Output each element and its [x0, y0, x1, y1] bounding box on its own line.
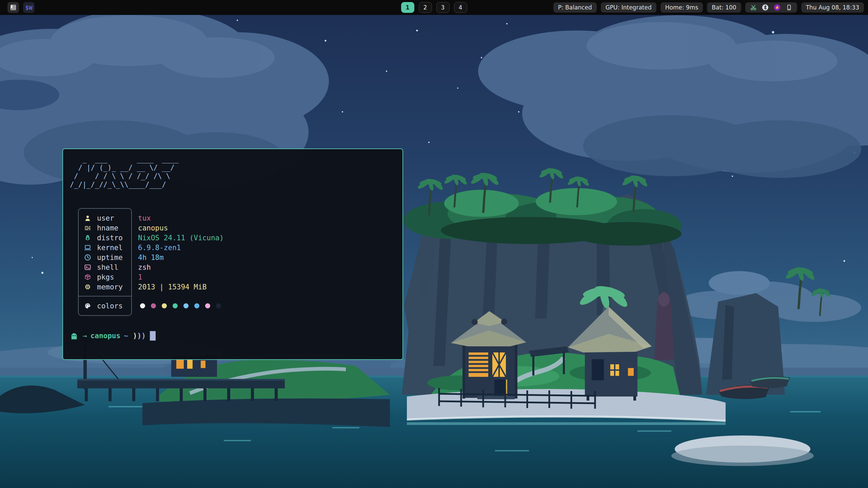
fetch-label: distro: [92, 234, 133, 242]
system-tray: [745, 2, 797, 13]
workspace-3[interactable]: 3: [436, 2, 450, 13]
fetch-row-memory: memory 2013 | 15394 MiB: [84, 282, 224, 292]
terminal-window[interactable]: _ ___ ____ ____ / |/ (_)_ __/ __ \/ __/ …: [62, 148, 403, 360]
chip-icon: [84, 283, 92, 291]
palette-swatch: [194, 303, 199, 308]
palette-swatch: [216, 303, 221, 308]
sw-logo-text: $W: [25, 4, 33, 11]
colors-row: colors: [84, 301, 133, 311]
palette-icon: [84, 302, 92, 310]
scissors-icon[interactable]: [750, 4, 757, 11]
sw-logo-button[interactable]: $W: [23, 2, 35, 13]
hostname-icon: [84, 224, 92, 232]
fetch-value: zsh: [133, 263, 151, 271]
fetch-row-distro: distro NixOS 24.11 (Vicuna): [84, 233, 224, 243]
workspace-4[interactable]: 4: [454, 2, 467, 13]
prompt-path: ~: [124, 332, 128, 340]
fetch-label: shell: [92, 263, 133, 271]
workspace-2[interactable]: 2: [419, 2, 432, 13]
fetch-row-kernel: kernel 6.9.8-zen1: [84, 243, 224, 252]
fetch-value: NixOS 24.11 (Vicuna): [133, 234, 224, 242]
fetch-label: memory: [92, 283, 133, 291]
ping-pill[interactable]: Home: 9ms: [660, 2, 703, 13]
user-icon: [84, 215, 92, 222]
ascii-line: _ ___ ____ ____: [70, 155, 179, 164]
fetch-label: uptime: [92, 253, 133, 262]
app-launcher-button[interactable]: [7, 2, 19, 13]
prompt-chevron: ): [137, 332, 141, 340]
fetch-rows: user tux hname canopus dis: [84, 213, 224, 292]
status-bar: $W 1 2 3 4 P: Balanced GPU: Integrated H…: [0, 0, 868, 15]
laptop-icon: [84, 244, 92, 251]
flame-icon[interactable]: [774, 4, 781, 11]
fetch-label: kernel: [92, 244, 133, 252]
fetch-row-uptime: uptime 4h 18m: [84, 252, 224, 262]
text-cursor[interactable]: [150, 331, 156, 341]
gpu-pill[interactable]: GPU: Integrated: [601, 2, 656, 13]
battery-pill[interactable]: Bat: 100: [707, 2, 741, 13]
palette-swatch: [151, 303, 156, 308]
fetch-table-divider: [78, 296, 132, 297]
package-icon: [84, 273, 92, 281]
ascii-line: /_/|_/_//_\_\\____/___/: [70, 181, 179, 189]
workspace-1[interactable]: 1: [401, 2, 414, 13]
terminal-icon: [84, 264, 92, 271]
prompt-chevron: ): [141, 332, 146, 340]
fetch-row-pkgs: pkgs 1: [84, 272, 224, 282]
workspace-1-label: 1: [406, 4, 410, 11]
fetch-row-hname: hname canopus: [84, 223, 224, 233]
workspace-2-label: 2: [423, 4, 427, 11]
fetch-row-shell: shell zsh: [84, 262, 224, 272]
fetch-row-user: user tux: [84, 213, 224, 223]
bluetooth-icon[interactable]: [762, 4, 769, 11]
power-profile-pill[interactable]: P: Balanced: [553, 2, 597, 13]
prompt-host: canopus: [91, 332, 121, 340]
phone-icon[interactable]: [786, 4, 792, 11]
fetch-label: user: [92, 214, 133, 222]
ghost-icon: [70, 332, 79, 340]
desktop: $W 1 2 3 4 P: Balanced GPU: Integrated H…: [0, 0, 868, 488]
palette-swatch: [183, 303, 189, 308]
prompt-arrow: →: [83, 332, 87, 340]
clock-icon: [84, 254, 92, 261]
nixos-ascii-logo: _ ___ ____ ____ / |/ (_)_ __/ __ \/ __/ …: [70, 155, 179, 189]
bar-left: $W: [7, 0, 35, 15]
shell-prompt[interactable]: → canopus ~ ) ) ): [70, 331, 156, 341]
app-grid-icon: [10, 4, 17, 11]
fetch-value: 1: [133, 273, 142, 281]
ascii-line: / / / \ \ / /_/ /\ \: [70, 172, 179, 181]
colors-label: colors: [92, 302, 133, 310]
fetch-value: 2013 | 15394 MiB: [133, 283, 206, 291]
fetch-value: canopus: [133, 224, 168, 232]
prompt-chevron: ): [133, 332, 137, 340]
fetch-value: 6.9.8-zen1: [133, 244, 181, 252]
fetch-value: 4h 18m: [133, 253, 164, 262]
fetch-label: pkgs: [92, 273, 133, 281]
datetime-pill[interactable]: Thu Aug 08, 18:33: [801, 2, 864, 13]
fetch-label: hname: [92, 224, 133, 232]
bar-right: P: Balanced GPU: Integrated Home: 9ms Ba…: [553, 0, 864, 15]
workspace-3-label: 3: [441, 4, 445, 11]
palette-swatch: [162, 303, 167, 308]
terminal-palette: [140, 301, 221, 311]
workspace-4-label: 4: [459, 4, 462, 11]
palette-swatch: [205, 303, 210, 308]
foreground-slope: [142, 356, 390, 427]
palette-swatch: [140, 303, 145, 308]
ascii-line: / |/ (_)_ __/ __ \/ __/: [70, 164, 179, 172]
palette-swatch: [173, 303, 178, 308]
fetch-value: tux: [133, 214, 151, 222]
penguin-icon: [84, 234, 92, 242]
